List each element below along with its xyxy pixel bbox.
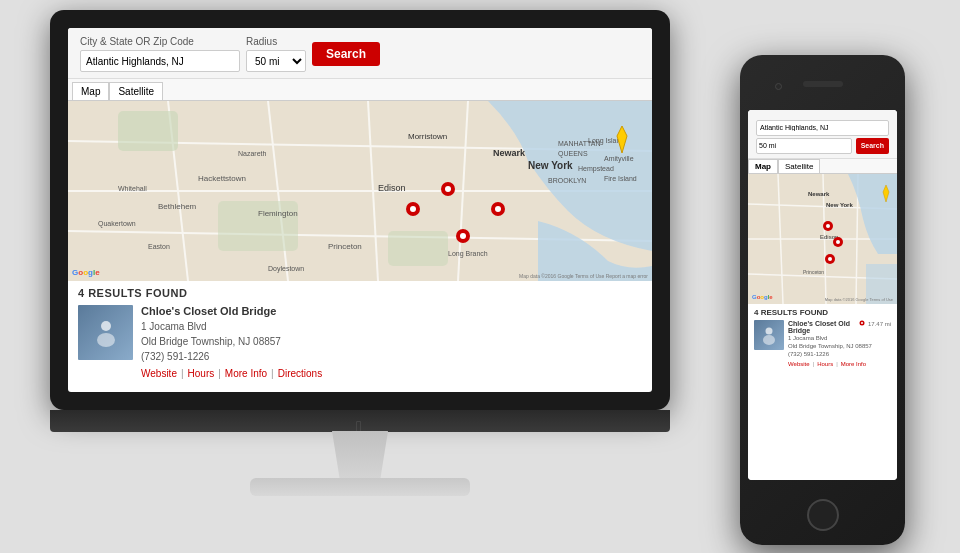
imac-device: City & State OR Zip Code Radius 50 mi S (50, 10, 670, 530)
iphone-pin-1 (823, 221, 833, 231)
scene: City & State OR Zip Code Radius 50 mi S (0, 0, 960, 553)
svg-point-41 (101, 321, 111, 331)
iphone-results-count: 4 RESULTS FOUND (754, 308, 891, 317)
svg-text:Amityville: Amityville (604, 155, 634, 163)
imac-search-bar: City & State OR Zip Code Radius 50 mi S (68, 28, 652, 79)
svg-point-33 (445, 186, 451, 192)
svg-text:Quakertown: Quakertown (98, 220, 136, 228)
iphone-result-name: Chloe's Closet Old Bridge (788, 320, 858, 334)
imac-result-links: Website | Hours | More Info | Directions (141, 368, 642, 379)
imac-tab-map[interactable]: Map (72, 82, 109, 100)
imac-radius-select[interactable]: 50 mi (246, 50, 306, 72)
iphone-result-addr1: 1 Jocama Blvd (788, 334, 891, 342)
svg-point-35 (495, 206, 501, 212)
svg-text:BROOKLYN: BROOKLYN (548, 177, 586, 184)
svg-text:Nazareth: Nazareth (238, 150, 267, 157)
svg-point-37 (460, 233, 466, 239)
imac-city-input[interactable] (80, 50, 240, 72)
imac-result-addr2: Old Bridge Township, NJ 08857 (141, 334, 642, 349)
iphone-map-credit: Map data ©2016 Google Terms of Use (825, 297, 893, 302)
svg-text:Princeton: Princeton (803, 269, 824, 275)
imac-result-phone: (732) 591-1226 (141, 349, 642, 364)
iphone-result-item: Chloe's Closet Old Bridge 17.47 mi 1 Joc… (754, 320, 891, 367)
svg-text:Morristown: Morristown (408, 132, 447, 141)
iphone-result-addr2: Old Bridge Township, NJ 08857 (788, 342, 891, 350)
iphone-results-area: 4 RESULTS FOUND (748, 304, 897, 371)
imac-result-info: Chloe's Closet Old Bridge 1 Jocama Blvd … (141, 305, 642, 379)
iphone-radius-input[interactable] (756, 138, 852, 154)
svg-text:Newark: Newark (808, 191, 830, 197)
iphone-result-distance: 17.47 mi (858, 320, 891, 334)
imac-result-addr1: 1 Jocama Blvd (141, 319, 642, 334)
iphone-home-button[interactable] (807, 499, 839, 531)
svg-point-39 (410, 206, 416, 212)
imac-results-area: 4 RESULTS FOUND (68, 281, 652, 385)
imac-map: Morristown Newark New York BROOKLYN QUEE… (68, 101, 652, 281)
imac-map-tabs: Map Satellite (68, 79, 652, 101)
imac-result-thumbnail (78, 305, 133, 360)
svg-point-61 (766, 327, 773, 334)
iphone-tab-map[interactable]: Map (748, 159, 778, 173)
map-pin-2 (491, 202, 505, 216)
svg-text:Long Branch: Long Branch (448, 250, 488, 258)
imac-neck (320, 431, 400, 481)
imac-tab-satellite[interactable]: Satellite (109, 82, 163, 100)
map-pin-1 (441, 182, 455, 196)
imac-link-more[interactable]: More Info (225, 368, 267, 379)
iphone-map: Newark New York Edison Princeton (748, 174, 897, 304)
iphone-city-input[interactable] (756, 120, 889, 136)
svg-text:Edison: Edison (378, 183, 406, 193)
iphone-camera-icon (775, 83, 782, 90)
imac-bezel: City & State OR Zip Code Radius 50 mi S (50, 10, 670, 410)
iphone-result-phone: (732) 591-1226 (788, 350, 891, 358)
svg-rect-10 (388, 231, 448, 266)
svg-point-64 (861, 322, 863, 324)
iphone-pin-2 (833, 237, 843, 247)
imac-link-hours[interactable]: Hours (188, 368, 215, 379)
iphone-result-info: Chloe's Closet Old Bridge 17.47 mi 1 Joc… (788, 320, 891, 367)
imac-screen: City & State OR Zip Code Radius 50 mi S (68, 28, 652, 392)
map-credit: Map data ©2016 Google Terms of Use Repor… (519, 273, 648, 279)
iphone-search-button[interactable]: Search (856, 138, 889, 154)
iphone-map-tabs: Map Satellite (748, 159, 897, 174)
svg-text:Bethlehem: Bethlehem (158, 202, 197, 211)
svg-point-42 (97, 333, 115, 347)
iphone-screen: Search Map Satellite (748, 110, 897, 480)
imac-search-button[interactable]: Search (312, 42, 380, 66)
svg-text:New York: New York (826, 202, 853, 208)
iphone-link-website[interactable]: Website (788, 361, 810, 367)
svg-text:Newark: Newark (493, 148, 526, 158)
iphone-device: Search Map Satellite (740, 55, 905, 545)
svg-point-55 (826, 224, 830, 228)
iphone-link-more[interactable]: More Info (841, 361, 866, 367)
iphone-result-links: Website | Hours | More Info (788, 361, 891, 367)
svg-point-57 (836, 240, 840, 244)
iphone-google-logo: Google (752, 294, 773, 300)
iphone-speaker (803, 81, 843, 87)
google-logo: Google (72, 268, 100, 277)
iphone-tab-satellite[interactable]: Satellite (778, 159, 820, 173)
imac-results-count: 4 RESULTS FOUND (78, 287, 642, 299)
iphone-pin-3 (825, 254, 835, 264)
iphone-link-hours[interactable]: Hours (817, 361, 833, 367)
svg-text:Hempstead: Hempstead (578, 165, 614, 173)
imac-link-website[interactable]: Website (141, 368, 177, 379)
imac-result-name: Chloe's Closet Old Bridge (141, 305, 642, 317)
imac-city-label: City & State OR Zip Code (80, 36, 240, 47)
iphone-result-thumbnail (754, 320, 784, 350)
svg-point-59 (828, 257, 832, 261)
imac-result-item: Chloe's Closet Old Bridge 1 Jocama Blvd … (78, 305, 642, 379)
imac-base (250, 478, 470, 496)
svg-text:Fire Island: Fire Island (604, 175, 637, 182)
svg-text:QUEENS: QUEENS (558, 150, 588, 158)
imac-radius-label: Radius (246, 36, 306, 47)
iphone-search-bar: Search (748, 110, 897, 159)
imac-map-svg: Morristown Newark New York BROOKLYN QUEE… (68, 101, 652, 281)
svg-text:Doylestown: Doylestown (268, 265, 304, 273)
iphone-body: Search Map Satellite (740, 55, 905, 545)
svg-point-62 (763, 335, 775, 345)
svg-rect-8 (118, 111, 178, 151)
svg-text:Whitehall: Whitehall (118, 185, 147, 192)
svg-text:Flemington: Flemington (258, 209, 298, 218)
imac-link-directions[interactable]: Directions (278, 368, 322, 379)
